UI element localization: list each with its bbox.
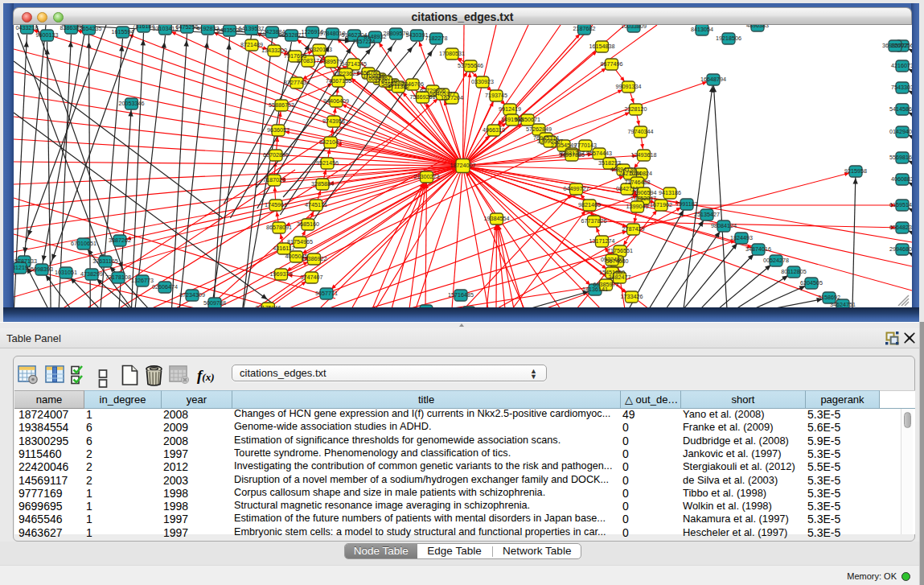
svg-text:4966319: 4966319 — [483, 126, 505, 134]
svg-text:67010651: 67010651 — [71, 240, 97, 247]
svg-text:3285884: 3285884 — [311, 180, 334, 187]
svg-text:7357224: 7357224 — [352, 38, 375, 45]
svg-text:3158692: 3158692 — [818, 294, 840, 301]
svg-text:76320163: 76320163 — [306, 46, 332, 53]
svg-text:55698169: 55698169 — [889, 154, 912, 161]
svg-text:81754965: 81754965 — [287, 238, 313, 245]
svg-text:71906594: 71906594 — [630, 189, 656, 196]
svg-text:4192832: 4192832 — [196, 25, 219, 32]
svg-text:15716485: 15716485 — [448, 291, 474, 299]
svg-text:71756551: 71756551 — [607, 247, 633, 254]
svg-text:17080531: 17080531 — [439, 50, 465, 57]
svg-text:96405377: 96405377 — [429, 90, 455, 97]
svg-text:19384554: 19384554 — [483, 215, 509, 222]
svg-text:7816184: 7816184 — [132, 25, 154, 30]
svg-text:5009788: 5009788 — [203, 299, 226, 307]
svg-text:57262849: 57262849 — [526, 126, 552, 133]
svg-text:7182278: 7182278 — [425, 35, 447, 42]
svg-text:80112805: 80112805 — [781, 268, 806, 275]
svg-text:53755646: 53755646 — [458, 62, 483, 69]
svg-text:87277434: 87277434 — [284, 79, 310, 86]
svg-text:93103413: 93103413 — [152, 25, 178, 32]
svg-text:9413186: 9413186 — [659, 189, 681, 196]
svg-text:16648794: 16648794 — [700, 76, 726, 83]
svg-text:4216073: 4216073 — [891, 62, 912, 69]
svg-text:67737826: 67737826 — [581, 217, 606, 225]
svg-text:27354549: 27354549 — [551, 142, 577, 149]
svg-text:85574443: 85574443 — [586, 150, 612, 157]
svg-text:7770143: 7770143 — [574, 142, 597, 149]
svg-text:2787429: 2787429 — [622, 225, 644, 233]
svg-text:81223623: 81223623 — [333, 70, 359, 77]
svg-text:94406409: 94406409 — [323, 97, 349, 105]
svg-text:1969379: 1969379 — [269, 270, 292, 278]
svg-text:36995777: 36995777 — [882, 42, 908, 49]
svg-text:54145868: 54145868 — [889, 105, 912, 113]
svg-text:13493618: 13493618 — [630, 151, 656, 159]
svg-text:74367136: 74367136 — [326, 77, 351, 84]
svg-text:1399049: 1399049 — [626, 203, 648, 210]
svg-text:7543303: 7543303 — [891, 84, 912, 91]
svg-text:9421047: 9421047 — [319, 138, 342, 146]
svg-text:1615594: 1615594 — [111, 28, 133, 35]
svg-text:34874016: 34874016 — [745, 245, 771, 253]
svg-text:9521456: 9521456 — [316, 159, 339, 167]
svg-text:16154838: 16154838 — [589, 43, 614, 50]
svg-text:7187026: 7187026 — [263, 176, 285, 183]
svg-text:86578091: 86578091 — [266, 224, 292, 231]
svg-text:9657771: 9657771 — [315, 290, 338, 297]
svg-text:29946804: 29946804 — [889, 245, 912, 253]
svg-text:82175946: 82175946 — [255, 304, 281, 307]
svg-text:2421024: 2421024 — [618, 170, 641, 177]
svg-text:3685160: 3685160 — [297, 220, 319, 228]
svg-text:87234309: 87234309 — [179, 291, 205, 299]
svg-text:16033809: 16033809 — [621, 25, 647, 30]
svg-text:0330923: 0330923 — [471, 78, 494, 85]
svg-text:4896383: 4896383 — [746, 25, 769, 29]
svg-text:5098393: 5098393 — [31, 266, 53, 273]
svg-text:34624751: 34624751 — [830, 301, 856, 307]
svg-text:71746488: 71746488 — [624, 179, 650, 186]
svg-text:9821465: 9821465 — [578, 201, 601, 208]
svg-text:6193990: 6193990 — [415, 307, 437, 307]
svg-text:37631165: 37631165 — [92, 257, 117, 265]
svg-text:6475255: 6475255 — [175, 25, 198, 31]
svg-text:61595148: 61595148 — [889, 201, 912, 208]
svg-text:9600133: 9600133 — [35, 31, 58, 39]
svg-text:3482477: 3482477 — [608, 274, 630, 281]
svg-text:7193745: 7193745 — [485, 92, 507, 99]
svg-text:4745171: 4745171 — [305, 201, 327, 208]
svg-text:4711382: 4711382 — [387, 83, 409, 90]
svg-text:18724007: 18724007 — [450, 162, 475, 169]
svg-text:8413054: 8413054 — [691, 26, 713, 33]
svg-text:19218506: 19218506 — [716, 35, 741, 42]
svg-text:01429401: 01429401 — [889, 128, 912, 135]
svg-text:7991183: 7991183 — [676, 200, 697, 208]
svg-text:7889579: 7889579 — [320, 58, 343, 65]
svg-text:65648236: 65648236 — [889, 224, 912, 231]
svg-text:9636057: 9636057 — [267, 126, 290, 134]
svg-text:1031051: 1031051 — [55, 269, 77, 276]
svg-text:00524278: 00524278 — [763, 257, 789, 264]
svg-text:73178108: 73178108 — [105, 274, 131, 281]
svg-text:3387262: 3387262 — [109, 237, 131, 244]
svg-text:51850671: 51850671 — [515, 116, 540, 123]
svg-text:13171274: 13171274 — [589, 237, 614, 245]
svg-text:55886753: 55886753 — [269, 101, 294, 109]
svg-text:34957885: 34957885 — [559, 151, 585, 159]
svg-text:99091334: 99091334 — [615, 83, 641, 90]
svg-text:79740344: 79740344 — [627, 128, 653, 135]
svg-text:6204505: 6204505 — [800, 279, 823, 286]
svg-text:8708317: 8708317 — [297, 57, 319, 64]
svg-text:34714345: 34714345 — [341, 60, 367, 68]
svg-text:9912419: 9912419 — [499, 105, 521, 113]
svg-text:1745961: 1745961 — [265, 201, 287, 208]
svg-text:1733426: 1733426 — [620, 293, 643, 300]
svg-text:02654235: 02654235 — [76, 25, 101, 32]
svg-text:25135427: 25135427 — [694, 211, 720, 218]
svg-text:4738299: 4738299 — [80, 270, 103, 278]
svg-text:9743953: 9743953 — [322, 117, 345, 125]
svg-text:98084124: 98084124 — [711, 222, 737, 229]
svg-text:21300273: 21300273 — [413, 173, 439, 180]
svg-text:62702895: 62702895 — [263, 151, 289, 159]
